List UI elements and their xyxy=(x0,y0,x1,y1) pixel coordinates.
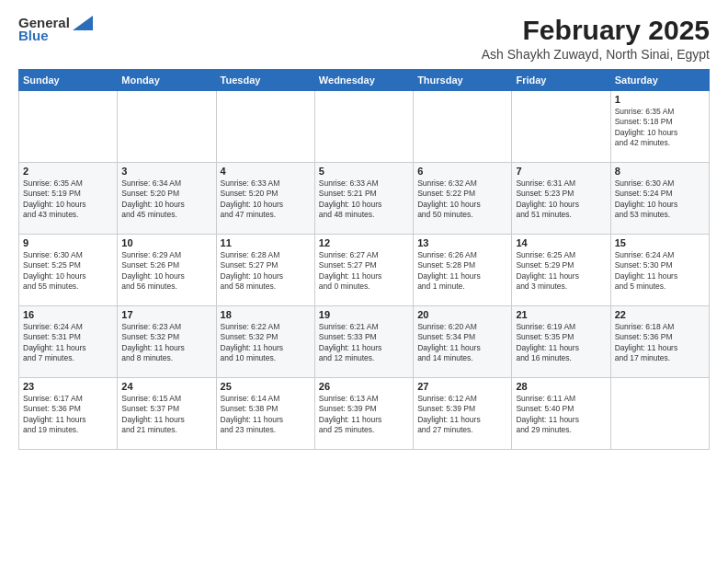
day-number: 19 xyxy=(319,309,409,320)
calendar-week-3: 9Sunrise: 6:30 AM Sunset: 5:25 PM Daylig… xyxy=(19,235,710,306)
table-row: 27Sunrise: 6:12 AM Sunset: 5:39 PM Dayli… xyxy=(414,378,512,450)
day-number: 14 xyxy=(516,237,606,248)
calendar: Sunday Monday Tuesday Wednesday Thursday… xyxy=(18,69,710,450)
table-row: 1Sunrise: 6:35 AM Sunset: 5:18 PM Daylig… xyxy=(610,91,709,163)
day-info: Sunrise: 6:21 AM Sunset: 5:33 PM Dayligh… xyxy=(319,322,409,364)
day-info: Sunrise: 6:17 AM Sunset: 5:36 PM Dayligh… xyxy=(23,394,113,436)
day-info: Sunrise: 6:27 AM Sunset: 5:27 PM Dayligh… xyxy=(319,250,409,293)
calendar-week-1: 1Sunrise: 6:35 AM Sunset: 5:18 PM Daylig… xyxy=(19,91,710,163)
main-title: February 2025 xyxy=(482,15,710,45)
day-info: Sunrise: 6:29 AM Sunset: 5:26 PM Dayligh… xyxy=(121,250,211,293)
day-info: Sunrise: 6:30 AM Sunset: 5:24 PM Dayligh… xyxy=(615,178,705,221)
col-thursday: Thursday xyxy=(414,70,512,91)
day-number: 21 xyxy=(516,309,606,320)
day-info: Sunrise: 6:32 AM Sunset: 5:22 PM Dayligh… xyxy=(417,178,507,221)
day-info: Sunrise: 6:28 AM Sunset: 5:27 PM Dayligh… xyxy=(221,250,311,293)
table-row xyxy=(216,91,314,163)
day-info: Sunrise: 6:15 AM Sunset: 5:37 PM Dayligh… xyxy=(121,394,211,436)
day-number: 23 xyxy=(23,381,113,392)
day-info: Sunrise: 6:35 AM Sunset: 5:19 PM Dayligh… xyxy=(23,178,113,221)
col-monday: Monday xyxy=(118,70,216,91)
table-row: 5Sunrise: 6:33 AM Sunset: 5:21 PM Daylig… xyxy=(314,163,413,235)
header: General Blue February 2025 Ash Shaykh Zu… xyxy=(18,15,710,62)
day-info: Sunrise: 6:26 AM Sunset: 5:28 PM Dayligh… xyxy=(417,250,507,293)
day-number: 1 xyxy=(615,94,705,105)
table-row: 4Sunrise: 6:33 AM Sunset: 5:20 PM Daylig… xyxy=(216,163,314,235)
day-info: Sunrise: 6:11 AM Sunset: 5:40 PM Dayligh… xyxy=(516,394,606,436)
logo-icon xyxy=(73,16,93,30)
table-row xyxy=(19,91,118,163)
table-row: 26Sunrise: 6:13 AM Sunset: 5:39 PM Dayli… xyxy=(314,378,413,450)
table-row xyxy=(512,91,610,163)
table-row xyxy=(314,91,413,163)
day-number: 10 xyxy=(121,237,211,248)
day-info: Sunrise: 6:18 AM Sunset: 5:36 PM Dayligh… xyxy=(615,322,705,364)
table-row: 13Sunrise: 6:26 AM Sunset: 5:28 PM Dayli… xyxy=(414,235,512,306)
calendar-week-5: 23Sunrise: 6:17 AM Sunset: 5:36 PM Dayli… xyxy=(19,378,710,450)
col-wednesday: Wednesday xyxy=(314,70,413,91)
table-row xyxy=(414,91,512,163)
table-row xyxy=(118,91,216,163)
day-number: 4 xyxy=(221,166,311,177)
day-number: 18 xyxy=(221,309,311,320)
sub-title: Ash Shaykh Zuwayd, North Sinai, Egypt xyxy=(482,47,710,62)
day-number: 7 xyxy=(516,166,606,177)
day-info: Sunrise: 6:22 AM Sunset: 5:32 PM Dayligh… xyxy=(221,322,311,364)
table-row: 22Sunrise: 6:18 AM Sunset: 5:36 PM Dayli… xyxy=(610,306,709,378)
table-row: 11Sunrise: 6:28 AM Sunset: 5:27 PM Dayli… xyxy=(216,235,314,306)
day-number: 24 xyxy=(121,381,211,392)
day-number: 20 xyxy=(417,309,507,320)
day-number: 13 xyxy=(417,237,507,248)
day-info: Sunrise: 6:34 AM Sunset: 5:20 PM Dayligh… xyxy=(121,178,211,221)
table-row: 25Sunrise: 6:14 AM Sunset: 5:38 PM Dayli… xyxy=(216,378,314,450)
table-row: 16Sunrise: 6:24 AM Sunset: 5:31 PM Dayli… xyxy=(19,306,118,378)
title-block: February 2025 Ash Shaykh Zuwayd, North S… xyxy=(482,15,710,62)
day-number: 26 xyxy=(319,381,409,392)
col-friday: Friday xyxy=(512,70,610,91)
day-info: Sunrise: 6:20 AM Sunset: 5:34 PM Dayligh… xyxy=(417,322,507,364)
day-info: Sunrise: 6:12 AM Sunset: 5:39 PM Dayligh… xyxy=(417,394,507,436)
day-number: 12 xyxy=(319,237,409,248)
table-row: 8Sunrise: 6:30 AM Sunset: 5:24 PM Daylig… xyxy=(610,163,709,235)
table-row: 17Sunrise: 6:23 AM Sunset: 5:32 PM Dayli… xyxy=(118,306,216,378)
svg-marker-0 xyxy=(73,16,93,30)
calendar-week-4: 16Sunrise: 6:24 AM Sunset: 5:31 PM Dayli… xyxy=(19,306,710,378)
day-number: 6 xyxy=(417,166,507,177)
calendar-week-2: 2Sunrise: 6:35 AM Sunset: 5:19 PM Daylig… xyxy=(19,163,710,235)
table-row: 21Sunrise: 6:19 AM Sunset: 5:35 PM Dayli… xyxy=(512,306,610,378)
col-sunday: Sunday xyxy=(19,70,118,91)
calendar-header-row: Sunday Monday Tuesday Wednesday Thursday… xyxy=(19,70,710,91)
col-tuesday: Tuesday xyxy=(216,70,314,91)
logo-blue: Blue xyxy=(18,28,49,43)
table-row: 14Sunrise: 6:25 AM Sunset: 5:29 PM Dayli… xyxy=(512,235,610,306)
table-row: 18Sunrise: 6:22 AM Sunset: 5:32 PM Dayli… xyxy=(216,306,314,378)
table-row xyxy=(610,378,709,450)
day-info: Sunrise: 6:13 AM Sunset: 5:39 PM Dayligh… xyxy=(319,394,409,436)
day-info: Sunrise: 6:35 AM Sunset: 5:18 PM Dayligh… xyxy=(615,107,705,149)
table-row: 24Sunrise: 6:15 AM Sunset: 5:37 PM Dayli… xyxy=(118,378,216,450)
day-info: Sunrise: 6:25 AM Sunset: 5:29 PM Dayligh… xyxy=(516,250,606,293)
table-row: 10Sunrise: 6:29 AM Sunset: 5:26 PM Dayli… xyxy=(118,235,216,306)
table-row: 9Sunrise: 6:30 AM Sunset: 5:25 PM Daylig… xyxy=(19,235,118,306)
logo: General Blue xyxy=(18,15,93,43)
table-row: 23Sunrise: 6:17 AM Sunset: 5:36 PM Dayli… xyxy=(19,378,118,450)
day-number: 11 xyxy=(221,237,311,248)
day-info: Sunrise: 6:33 AM Sunset: 5:21 PM Dayligh… xyxy=(319,178,409,221)
table-row: 20Sunrise: 6:20 AM Sunset: 5:34 PM Dayli… xyxy=(414,306,512,378)
day-number: 27 xyxy=(417,381,507,392)
table-row: 3Sunrise: 6:34 AM Sunset: 5:20 PM Daylig… xyxy=(118,163,216,235)
day-info: Sunrise: 6:24 AM Sunset: 5:31 PM Dayligh… xyxy=(23,322,113,364)
day-info: Sunrise: 6:24 AM Sunset: 5:30 PM Dayligh… xyxy=(615,250,705,293)
table-row: 28Sunrise: 6:11 AM Sunset: 5:40 PM Dayli… xyxy=(512,378,610,450)
day-info: Sunrise: 6:19 AM Sunset: 5:35 PM Dayligh… xyxy=(516,322,606,364)
day-number: 16 xyxy=(23,309,113,320)
col-saturday: Saturday xyxy=(610,70,709,91)
day-number: 3 xyxy=(121,166,211,177)
day-info: Sunrise: 6:33 AM Sunset: 5:20 PM Dayligh… xyxy=(221,178,311,221)
day-number: 9 xyxy=(23,237,113,248)
day-number: 2 xyxy=(23,166,113,177)
day-number: 8 xyxy=(615,166,705,177)
day-number: 17 xyxy=(121,309,211,320)
table-row: 7Sunrise: 6:31 AM Sunset: 5:23 PM Daylig… xyxy=(512,163,610,235)
day-info: Sunrise: 6:14 AM Sunset: 5:38 PM Dayligh… xyxy=(221,394,311,436)
